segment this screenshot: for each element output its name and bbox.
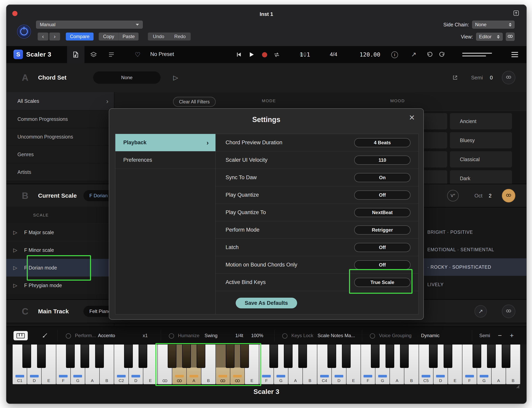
mood-option-bluesy[interactable]: Bluesy xyxy=(450,132,512,148)
detach-icon[interactable] xyxy=(451,74,459,82)
play-icon[interactable]: ▷ xyxy=(6,247,24,253)
compare-button[interactable]: Compare xyxy=(66,33,94,41)
setting-value-button[interactable]: On xyxy=(354,173,410,182)
sidebar-item-uncommon-progressions[interactable]: Uncommon Progressions xyxy=(6,128,114,146)
black-key[interactable] xyxy=(342,345,351,368)
tab-list[interactable] xyxy=(103,46,120,63)
black-key[interactable] xyxy=(95,345,104,368)
chord-degree-badge[interactable]: V° xyxy=(447,190,459,201)
black-key[interactable] xyxy=(226,345,235,368)
info-icon[interactable]: i xyxy=(391,51,398,58)
semi-decrement-button[interactable]: − xyxy=(498,332,502,339)
setting-value-button[interactable]: True Scale xyxy=(354,278,410,287)
undo-button[interactable]: Undo xyxy=(148,33,169,41)
black-key[interactable] xyxy=(327,345,336,368)
side-chain-select[interactable]: None xyxy=(472,21,515,29)
setting-value-button[interactable]: 4 Beats xyxy=(354,138,410,147)
play-icon[interactable]: ▷ xyxy=(6,282,24,289)
tab-layers[interactable] xyxy=(85,46,102,63)
mood-option-classical[interactable]: Classical xyxy=(450,151,512,168)
favorite-heart-icon[interactable]: ♡ xyxy=(135,51,140,58)
black-key[interactable] xyxy=(429,345,438,368)
setting-value-button[interactable]: Off xyxy=(354,243,410,252)
black-key[interactable] xyxy=(385,345,394,368)
black-key[interactable] xyxy=(371,345,380,368)
sidebar-item-common-progressions[interactable]: Common Progressions xyxy=(6,110,114,128)
play-icon[interactable]: ▷ xyxy=(6,265,24,271)
semi-value[interactable]: 0 xyxy=(490,75,493,81)
oct-value[interactable]: 2 xyxy=(489,193,491,199)
setting-value-button[interactable]: Off xyxy=(354,190,410,200)
perform-multiplier[interactable]: x1 xyxy=(143,333,148,338)
record-button[interactable] xyxy=(262,52,267,57)
redo-button[interactable]: Redo xyxy=(169,33,191,41)
scale-row-f-dorian-mode[interactable]: ▷F Dorian mode xyxy=(6,259,114,276)
perform-value[interactable]: Accento xyxy=(98,333,115,338)
black-key[interactable] xyxy=(502,345,510,368)
preset-back-button[interactable]: ‹ xyxy=(38,33,48,41)
black-key[interactable] xyxy=(124,345,133,368)
black-key[interactable] xyxy=(197,345,205,368)
mood-option-ancient[interactable]: Ancient xyxy=(450,113,512,129)
black-key[interactable] xyxy=(182,345,191,368)
black-key[interactable] xyxy=(240,345,249,368)
black-key[interactable] xyxy=(168,345,176,368)
humanize-amount[interactable]: 100% xyxy=(251,333,263,338)
black-key[interactable] xyxy=(81,345,89,368)
black-key[interactable] xyxy=(284,345,293,368)
black-key[interactable] xyxy=(139,345,147,368)
save-as-defaults-button[interactable]: Save As Defaults xyxy=(236,298,297,308)
setting-value-button[interactable]: NextBeat xyxy=(354,208,410,217)
black-key[interactable] xyxy=(269,345,278,368)
scale-row-f-minor-scale[interactable]: ▷F Minor scale xyxy=(6,241,114,259)
scale-row-f-major-scale[interactable]: ▷F Major scale xyxy=(6,223,114,241)
tab-session[interactable] xyxy=(67,46,84,63)
black-key[interactable] xyxy=(473,345,481,368)
volume-slider[interactable] xyxy=(462,53,492,58)
sidebar-item-all-scales[interactable]: All Scales› xyxy=(6,92,114,110)
settings-nav-preferences[interactable]: Preferences xyxy=(115,151,215,169)
black-key[interactable] xyxy=(22,345,31,368)
articulation-brush-icon[interactable] xyxy=(42,332,48,340)
bind-link-icon[interactable] xyxy=(502,71,515,84)
sidebar-item-artists[interactable]: Artists xyxy=(6,163,114,181)
bind-keys-active-icon[interactable] xyxy=(502,189,515,202)
bypass-power-button[interactable] xyxy=(17,25,31,39)
keys-lock-toggle[interactable] xyxy=(282,333,287,339)
bind-link-icon[interactable] xyxy=(502,305,515,318)
preset-forward-button[interactable]: › xyxy=(49,33,60,41)
voice-grouping-toggle[interactable] xyxy=(370,333,375,339)
clear-all-filters-button[interactable]: Clear All Filters xyxy=(173,97,216,107)
paste-button[interactable]: Paste xyxy=(119,33,139,41)
view-select[interactable]: Editor xyxy=(476,33,503,41)
humanize-value[interactable]: Swing xyxy=(205,333,217,338)
black-key[interactable] xyxy=(298,345,307,368)
keys-lock-value[interactable]: Scale Notes Ma... xyxy=(318,333,355,338)
setting-value-button[interactable]: Off xyxy=(354,260,410,270)
perform-toggle[interactable] xyxy=(66,333,71,339)
humanize-rate[interactable]: 1/4t xyxy=(235,333,243,338)
black-key[interactable] xyxy=(444,345,452,368)
export-track-icon[interactable]: ↗ xyxy=(475,305,487,317)
current-preset-name[interactable]: No Preset xyxy=(150,51,174,57)
chord-set-selector[interactable]: None xyxy=(93,71,161,84)
semi-increment-button[interactable]: + xyxy=(510,332,514,339)
voice-grouping-value[interactable]: Dynamic xyxy=(421,333,439,338)
preset-dropdown[interactable]: Manual xyxy=(36,21,143,29)
export-icon[interactable]: ↗ xyxy=(411,51,417,58)
black-key[interactable] xyxy=(66,345,75,368)
black-key[interactable] xyxy=(487,345,496,368)
keyboard-view-button[interactable] xyxy=(14,331,28,340)
link-button[interactable] xyxy=(506,33,515,41)
menu-icon[interactable] xyxy=(511,52,518,59)
play-chord-set-icon[interactable]: ▷ xyxy=(173,74,178,81)
setting-value-button[interactable]: 110 xyxy=(354,156,410,165)
play-icon[interactable]: ▷ xyxy=(6,230,24,236)
close-icon[interactable]: × xyxy=(409,113,415,122)
black-key[interactable] xyxy=(37,345,46,368)
setting-value-button[interactable]: Retrigger xyxy=(354,225,410,235)
humanize-toggle[interactable] xyxy=(169,333,174,339)
window-upload-icon[interactable] xyxy=(513,10,519,17)
settings-nav-playback[interactable]: Playback› xyxy=(115,134,215,151)
copy-button[interactable]: Copy xyxy=(99,33,119,41)
